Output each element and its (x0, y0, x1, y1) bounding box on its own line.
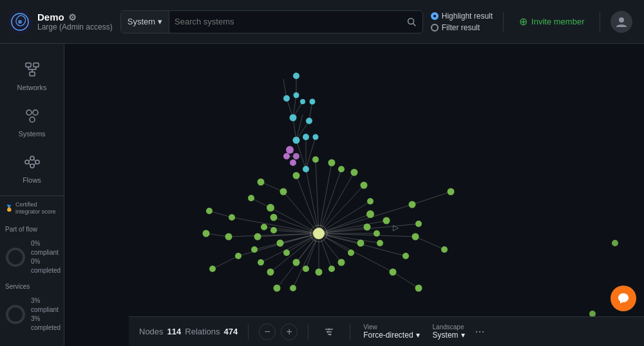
relations-count: 474 (223, 327, 238, 336)
user-avatar[interactable] (611, 11, 632, 33)
svg-point-150 (441, 246, 448, 253)
filter-result-option[interactable]: Filter result (431, 23, 493, 32)
graph-stats: Nodes 114 Relations 474 (139, 327, 238, 336)
chevron-down-icon: ▾ (158, 17, 162, 26)
score-title: 🏅 Certified integrator score (5, 201, 59, 215)
network-graph[interactable]: ▷ (64, 44, 644, 346)
part-of-flow-label: Part of flow (0, 223, 64, 234)
bottom-toolbar: Nodes 114 Relations 474 − + (129, 316, 644, 346)
svg-point-95 (294, 93, 299, 98)
svg-point-154 (206, 208, 213, 214)
svg-rect-7 (30, 72, 35, 76)
svg-point-141 (390, 269, 397, 276)
svg-point-142 (290, 285, 296, 291)
invite-member-button[interactable]: ⊕ Invite member (514, 15, 589, 28)
svg-point-113 (351, 169, 358, 176)
svg-rect-27 (64, 44, 644, 346)
svg-point-144 (235, 253, 242, 259)
svg-point-145 (225, 233, 232, 241)
svg-point-93 (283, 95, 290, 102)
settings-icon[interactable]: ⚙ (68, 12, 77, 23)
svg-point-104 (283, 153, 290, 159)
svg-point-134 (374, 230, 380, 237)
svg-line-22 (29, 163, 30, 165)
svg-point-149 (448, 188, 455, 196)
nodes-count: 114 (167, 327, 182, 336)
svg-point-101 (293, 137, 300, 144)
landscape-selector: Landscape System ▾ (433, 323, 465, 340)
svg-point-166 (330, 333, 332, 335)
svg-point-127 (270, 227, 277, 233)
svg-line-3 (413, 23, 415, 26)
chevron-down-icon: ▾ (416, 331, 420, 340)
landscape-value-dropdown[interactable]: System ▾ (433, 331, 465, 340)
svg-point-96 (300, 99, 305, 104)
search-input[interactable] (169, 17, 401, 26)
systems-icon (23, 107, 41, 127)
svg-point-139 (412, 233, 419, 241)
graph-area[interactable]: ▷ Nodes 114 Relations 474 − + (64, 44, 644, 346)
sidebar-score-section: 🏅 Certified integrator score (0, 196, 64, 221)
highlight-result-option[interactable]: Highlight result (431, 12, 493, 21)
sidebar-item-networks[interactable]: Networks (3, 54, 61, 98)
svg-point-153 (203, 230, 210, 237)
svg-point-14 (30, 117, 35, 122)
svg-point-123 (303, 266, 309, 272)
flows-icon (23, 153, 41, 174)
svg-point-23 (7, 249, 24, 266)
svg-point-112 (338, 166, 345, 172)
svg-point-25 (7, 306, 24, 323)
svg-point-4 (619, 17, 624, 23)
svg-point-132 (258, 259, 264, 266)
svg-point-94 (290, 114, 297, 122)
svg-point-135 (377, 240, 383, 246)
svg-point-92 (293, 73, 299, 79)
header-divider (503, 12, 504, 32)
svg-point-131 (251, 246, 258, 253)
part-of-flow-text: 0% compliant 0% completed (31, 239, 61, 275)
svg-point-124 (293, 259, 300, 266)
sidebar-item-systems[interactable]: Systems (3, 100, 61, 144)
svg-point-16 (30, 156, 34, 160)
svg-point-115 (367, 198, 374, 205)
header-divider-2 (600, 12, 600, 32)
svg-point-105 (290, 159, 296, 166)
svg-point-108 (280, 188, 287, 196)
svg-point-107 (267, 204, 274, 212)
svg-point-122 (316, 269, 323, 276)
filter-controls-button[interactable] (319, 327, 339, 337)
svg-point-13 (33, 110, 38, 115)
svg-point-111 (328, 159, 336, 167)
chat-button[interactable] (611, 286, 636, 311)
svg-point-137 (409, 201, 416, 208)
zoom-out-button[interactable]: − (259, 323, 276, 340)
svg-point-155 (612, 240, 618, 246)
svg-point-121 (328, 266, 335, 272)
svg-text:▷: ▷ (393, 223, 399, 232)
search-button[interactable] (401, 11, 422, 33)
sidebar-item-flows[interactable]: Flows (3, 147, 61, 190)
svg-point-100 (313, 134, 319, 140)
more-options-button[interactable]: ··· (473, 325, 488, 338)
svg-point-15 (25, 160, 29, 164)
chevron-down-icon: ▾ (461, 331, 465, 340)
networks-icon (23, 60, 41, 81)
view-value-dropdown[interactable]: Force-directed ▾ (363, 331, 419, 340)
svg-point-109 (293, 172, 300, 179)
zoom-controls: − + (259, 323, 298, 340)
svg-line-20 (34, 159, 35, 161)
logo-area: Demo ⚙ Large (Admin access) (8, 10, 113, 34)
svg-point-143 (274, 285, 281, 292)
svg-line-19 (29, 159, 30, 161)
svg-point-140 (402, 253, 409, 259)
svg-point-129 (261, 224, 267, 230)
bar-divider-3 (350, 324, 350, 340)
svg-rect-6 (33, 63, 39, 67)
svg-point-18 (30, 164, 34, 168)
svg-point-138 (415, 221, 422, 227)
zoom-in-button[interactable]: + (281, 323, 298, 340)
part-of-flow-score: 0% compliant 0% completed (0, 237, 64, 278)
svg-point-98 (310, 99, 316, 105)
svg-point-165 (327, 331, 329, 332)
search-type-dropdown[interactable]: System ▾ (121, 11, 169, 33)
